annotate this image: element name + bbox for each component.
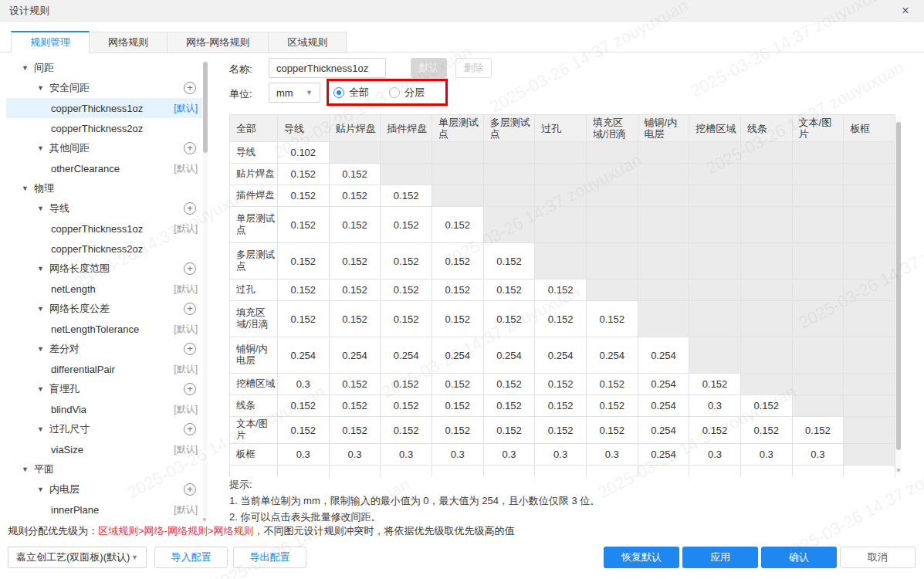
tree-rule-3[interactable]: copperThickness2oz [6, 118, 202, 138]
matrix-cell[interactable]: 0.152 [586, 301, 638, 337]
matrix-cell[interactable]: 0.3 [381, 444, 432, 466]
tree-group-0[interactable]: ▼间距 [6, 58, 202, 78]
tree-group-20[interactable]: ▼平面 [6, 459, 202, 479]
matrix-col-header-0[interactable]: 全部 [230, 115, 278, 142]
matrix-cell[interactable]: 0.152 [329, 417, 381, 444]
add-rule-icon[interactable]: + [184, 383, 196, 395]
radio-all[interactable]: 全部 [333, 86, 369, 100]
confirm-button[interactable]: 确认 [761, 547, 837, 568]
matrix-cell[interactable]: 0.3 [740, 444, 792, 466]
matrix-cell[interactable]: 0.152 [586, 374, 638, 395]
matrix-cell[interactable]: 0.152 [381, 374, 432, 395]
rule-name-input[interactable] [269, 58, 386, 78]
matrix-cell[interactable]: 0.254 [638, 395, 689, 417]
add-rule-icon[interactable]: + [184, 423, 196, 435]
add-rule-icon[interactable]: + [184, 82, 196, 94]
matrix-cell[interactable]: 0.3 [689, 395, 741, 417]
add-rule-icon[interactable]: + [184, 262, 196, 275]
matrix-cell[interactable]: 0.254 [586, 337, 638, 374]
matrix-col-header-3[interactable]: 插件焊盘 [381, 115, 432, 142]
add-rule-icon[interactable]: + [184, 303, 196, 315]
matrix-col-header-5[interactable]: 多层测试点 [483, 115, 535, 142]
matrix-cell[interactable]: 0.152 [278, 301, 330, 337]
matrix-cell[interactable]: 0.152 [329, 164, 381, 185]
matrix-col-header-4[interactable]: 单层测试点 [432, 115, 483, 142]
tree-group-12[interactable]: ▼网络长度公差+ [6, 299, 202, 319]
matrix-cell[interactable]: 0.152 [483, 243, 535, 279]
matrix-cell[interactable]: 0.152 [586, 395, 638, 417]
matrix-cell[interactable]: 0.3 [792, 444, 844, 466]
matrix-cell[interactable]: 0.152 [432, 301, 483, 337]
add-rule-icon[interactable]: + [184, 483, 196, 496]
add-rule-icon[interactable]: + [184, 343, 196, 355]
tree-expand-icon[interactable]: ▼ [37, 385, 44, 393]
matrix-cell[interactable]: 0.152 [432, 417, 483, 444]
tree-expand-icon[interactable]: ▼ [22, 185, 29, 192]
matrix-cell[interactable]: 0.254 [381, 337, 432, 374]
matrix-cell[interactable]: 0.152 [740, 395, 792, 417]
matrix-col-header-9[interactable]: 挖槽区域 [689, 115, 741, 142]
sidebar-scrollbar[interactable]: ▼ [203, 60, 208, 517]
matrix-cell[interactable]: 0.152 [535, 279, 587, 301]
matrix-cell[interactable]: 0.152 [329, 279, 381, 301]
tree-group-16[interactable]: ▼盲埋孔+ [6, 379, 202, 399]
sidebar-scroll-down-icon[interactable]: ▼ [201, 516, 208, 523]
matrix-cell[interactable]: 0.152 [483, 417, 535, 444]
matrix-cell[interactable]: 0.152 [483, 301, 535, 337]
matrix-cell[interactable]: 0.3 [689, 444, 741, 466]
matrix-cell[interactable]: 0.152 [278, 185, 330, 207]
matrix-cell[interactable]: 0.152 [740, 417, 792, 444]
matrix-cell[interactable]: 0.152 [432, 279, 483, 301]
add-rule-icon[interactable]: + [184, 142, 196, 154]
matrix-cell[interactable]: 0.152 [535, 301, 587, 337]
matrix-cell[interactable]: 0.152 [432, 207, 483, 243]
tab-1[interactable]: 网络规则 [89, 32, 168, 53]
tree-expand-icon[interactable]: ▼ [37, 425, 44, 433]
tree-rule-11[interactable]: netLength[默认] [6, 279, 202, 299]
tree-expand-icon[interactable]: ▼ [22, 64, 29, 72]
tree-rule-15[interactable]: differentialPair[默认] [6, 359, 202, 379]
process-select[interactable]: 嘉立创工艺(双面板)(默认) ▼ [8, 547, 147, 568]
matrix-cell[interactable]: 0.152 [792, 417, 844, 444]
matrix-cell[interactable]: 0.152 [329, 185, 381, 207]
matrix-cell[interactable]: 0.152 [278, 164, 330, 185]
apply-button[interactable]: 应用 [682, 547, 758, 568]
tree-expand-icon[interactable]: ▼ [37, 486, 44, 493]
matrix-cell[interactable]: 0.152 [432, 243, 483, 279]
matrix-cell[interactable]: 0.102 [278, 142, 330, 164]
matrix-cell[interactable]: 0.3 [278, 444, 330, 466]
tree-expand-icon[interactable]: ▼ [37, 205, 44, 212]
export-config-button[interactable]: 导出配置 [233, 547, 306, 568]
tree-rule-8[interactable]: copperThickness1oz[默认] [6, 218, 202, 239]
matrix-cell[interactable]: 0.254 [638, 337, 689, 374]
matrix-cell[interactable]: 0.254 [535, 337, 587, 374]
matrix-cell[interactable]: 0.152 [586, 417, 638, 444]
matrix-cell[interactable]: 0.152 [278, 395, 330, 417]
matrix-cell[interactable]: 0.152 [381, 279, 432, 301]
matrix-cell[interactable]: 0.3 [432, 444, 483, 466]
tree-expand-icon[interactable]: ▼ [37, 84, 44, 92]
import-config-button[interactable]: 导入配置 [154, 547, 228, 568]
matrix-cell[interactable]: 0.152 [483, 395, 535, 417]
matrix-cell[interactable]: 0.152 [329, 374, 381, 395]
matrix-cell[interactable]: 0.152 [329, 243, 381, 279]
tree-rule-2[interactable]: copperThickness1oz[默认] [6, 98, 202, 118]
matrix-col-header-7[interactable]: 填充区域/泪滴 [586, 115, 638, 142]
matrix-cell[interactable]: 0.152 [329, 207, 381, 243]
tree-group-21[interactable]: ▼内电层+ [6, 479, 202, 499]
matrix-cell[interactable]: 0.152 [329, 301, 381, 337]
matrix-cell[interactable]: 0.152 [432, 395, 483, 417]
matrix-cell[interactable]: 0.152 [381, 301, 432, 337]
matrix-col-header-6[interactable]: 过孔 [535, 115, 587, 142]
cancel-button[interactable]: 取消 [840, 547, 916, 568]
tree-group-4[interactable]: ▼其他间距+ [6, 138, 202, 158]
tab-2[interactable]: 网络-网络规则 [167, 32, 269, 53]
matrix-col-header-8[interactable]: 铺铜/内电层 [638, 115, 689, 142]
matrix-scroll-down-icon[interactable]: ▼ [895, 467, 902, 474]
matrix-cell[interactable]: 0.254 [638, 417, 689, 444]
matrix-cell[interactable]: 0.3 [329, 444, 381, 466]
tree-group-1[interactable]: ▼安全间距+ [6, 78, 202, 98]
matrix-scrollbar[interactable]: ▼ [895, 116, 902, 472]
matrix-cell[interactable]: 0.152 [535, 374, 587, 395]
matrix-cell[interactable]: 0.152 [278, 207, 330, 243]
